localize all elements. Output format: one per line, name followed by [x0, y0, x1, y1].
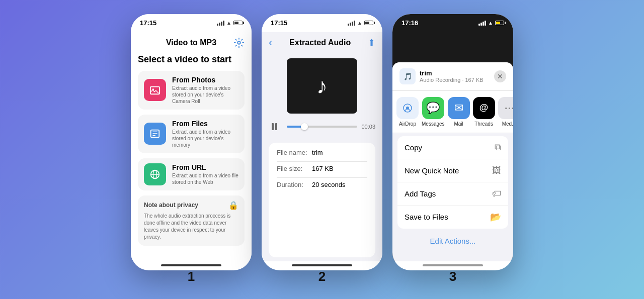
battery-icon-2 [364, 21, 373, 25]
edit-actions-button[interactable]: Edit Actions... [392, 232, 513, 250]
share-header: 🎵 trim Audio Recording · 167 KB ✕ [392, 62, 513, 91]
screen-number-1: 1 [188, 269, 195, 284]
progress-bar[interactable] [287, 126, 357, 128]
quick-note-label: New Quick Note [405, 166, 459, 175]
quick-note-action[interactable]: New Quick Note 🖼 [397, 159, 508, 182]
screen-number-2: 2 [318, 269, 326, 284]
home-indicator-1 [161, 264, 221, 266]
svg-point-0 [237, 41, 240, 44]
photos-title: From Photos [172, 76, 238, 84]
gear-icon[interactable] [233, 37, 245, 48]
file-size-value: 167 KB [312, 165, 334, 172]
file-duration-row: Duration: 20 seconds [277, 181, 367, 188]
more-app-icon: ⋯ [498, 97, 513, 119]
quick-note-icon: 🖼 [492, 165, 501, 176]
file-name-label: File name: [277, 149, 312, 156]
file-name-row: File name: trim [277, 149, 367, 156]
from-photos-option[interactable]: From Photos Extract audio from a video s… [138, 71, 245, 110]
status-time-3: 17:16 [401, 19, 418, 27]
lock-icon: 🔒 [228, 201, 238, 210]
url-icon [144, 163, 166, 185]
mail-app[interactable]: ✉ Mail [448, 97, 470, 127]
save-icon: 📂 [490, 212, 501, 223]
status-time-2: 17:15 [271, 19, 287, 27]
signal-icon-3 [478, 21, 486, 26]
privacy-header: Note about privacy 🔒 [144, 201, 238, 210]
airdrop-app[interactable]: AirDrop [396, 97, 419, 127]
messages-label: Messages [422, 121, 445, 127]
share-file-name: trim [420, 69, 484, 77]
url-desc: Extract audio from a video file stored o… [172, 172, 238, 185]
divider-2 [277, 177, 367, 178]
select-label: Select a video to start [138, 54, 245, 65]
screen-number-3: 3 [449, 269, 456, 284]
phone-3-content: 🎵 trim Audio Recording · 167 KB ✕ [392, 32, 513, 261]
save-to-files-action[interactable]: Save to Files 📂 [397, 206, 508, 229]
messages-icon: 💬 [422, 97, 444, 119]
privacy-text: The whole audio extraction proccess is d… [144, 213, 238, 241]
battery-icon-1 [233, 21, 243, 25]
share-file-meta: Audio Recording · 167 KB [420, 77, 484, 83]
more-app[interactable]: ⋯ Med... [498, 97, 513, 127]
nav-bar-2: ‹ Extracted Audio ⬆ [262, 32, 382, 53]
mail-icon: ✉ [448, 97, 470, 119]
home-indicator-2 [292, 264, 352, 266]
add-tags-label: Add Tags [405, 189, 436, 198]
status-bar-1: 17:15 ▲ [131, 14, 252, 32]
status-icons-1: ▲ [217, 20, 243, 26]
photos-desc: Extract audio from a video stored on you… [172, 85, 238, 105]
from-url-option[interactable]: From URL Extract audio from a video file… [138, 158, 245, 190]
status-icons-2: ▲ [348, 20, 373, 26]
close-button[interactable]: ✕ [494, 70, 506, 82]
privacy-title: Note about privacy [144, 202, 198, 209]
wifi-icon-1: ▲ [226, 20, 231, 26]
home-indicator-3 [423, 264, 483, 266]
audio-file-icon: 🎵 [399, 68, 416, 84]
files-title: From Files [172, 120, 238, 128]
status-bar-2: 17:15 ▲ [262, 14, 382, 32]
tags-icon: 🏷 [492, 188, 501, 199]
file-duration-label: Duration: [277, 181, 312, 188]
file-duration-value: 20 seconds [312, 181, 346, 188]
url-title: From URL [172, 163, 238, 171]
url-text: From URL Extract audio from a video file… [172, 163, 238, 185]
signal-icon-1 [217, 21, 224, 26]
phone-screen-1: 17:15 ▲ V [131, 14, 252, 270]
signal-icon-2 [348, 21, 355, 26]
progress-thumb [301, 123, 308, 130]
file-size-label: File size: [277, 165, 312, 172]
messages-app[interactable]: 💬 Messages [422, 97, 445, 127]
status-icons-3: ▲ [478, 20, 504, 26]
back-button[interactable]: ‹ [269, 36, 272, 49]
more-label: Med... [502, 121, 513, 127]
file-name-value: trim [312, 149, 323, 156]
pause-button[interactable] [269, 120, 283, 134]
photos-text: From Photos Extract audio from a video s… [172, 76, 238, 105]
status-bar-3: 17:16 ▲ [392, 14, 513, 32]
share-file-details: trim Audio Recording · 167 KB [420, 69, 484, 83]
from-files-option[interactable]: From Files Extract audio from a video st… [138, 115, 245, 153]
divider-1 [277, 161, 367, 162]
threads-label: Threads [474, 121, 493, 127]
copy-label: Copy [405, 143, 422, 152]
files-desc: Extract audio from a video stored on you… [172, 129, 238, 148]
share-button[interactable]: ⬆ [368, 37, 375, 48]
copy-icon: ⧉ [495, 142, 501, 153]
copy-action[interactable]: Copy ⧉ [397, 136, 508, 159]
threads-icon: @ [473, 97, 495, 119]
audio-player-area: ♪ 00:03 [262, 53, 382, 139]
mail-label: Mail [454, 121, 463, 127]
airdrop-label: AirDrop [399, 121, 416, 127]
music-note-icon: ♪ [316, 73, 328, 98]
add-tags-action[interactable]: Add Tags 🏷 [397, 182, 508, 206]
audio-thumbnail: ♪ [287, 58, 357, 114]
duration-label: 00:03 [361, 124, 375, 130]
threads-app[interactable]: @ Threads [473, 97, 495, 127]
privacy-card: Note about privacy 🔒 The whole audio ext… [138, 195, 245, 246]
playback-controls: 00:03 [269, 120, 375, 134]
airdrop-icon [396, 97, 419, 119]
phone-screen-2: 17:15 ▲ ‹ Ex [262, 14, 382, 270]
pause-icon [272, 123, 280, 131]
phone-1-content: Video to MP3 Select a video to start [131, 32, 252, 261]
wifi-icon-3: ▲ [488, 20, 493, 26]
